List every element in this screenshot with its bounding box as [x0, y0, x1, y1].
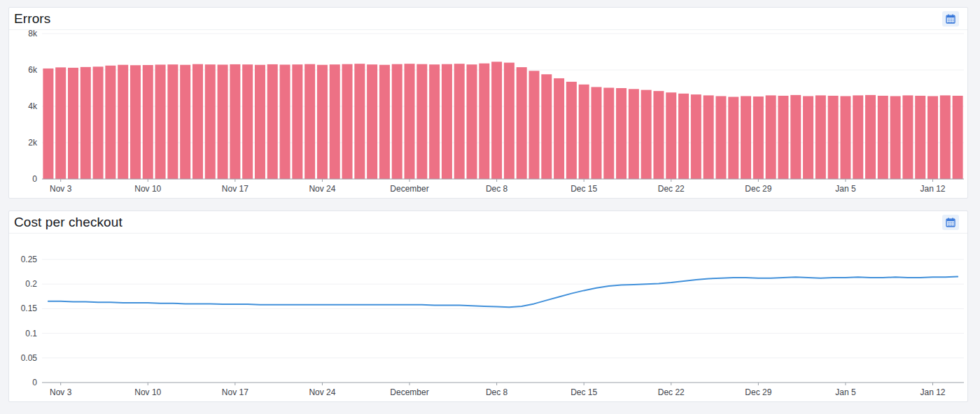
- bar[interactable]: [579, 85, 589, 179]
- bar[interactable]: [778, 96, 788, 179]
- bar[interactable]: [43, 69, 53, 179]
- x-tick-label: Nov 3: [50, 387, 72, 397]
- x-tick-label: Dec 8: [486, 387, 508, 397]
- bar[interactable]: [379, 65, 390, 179]
- bar[interactable]: [753, 97, 764, 179]
- x-tick-label: Jan 5: [835, 387, 856, 397]
- y-tick-label: 6k: [28, 65, 38, 75]
- bar[interactable]: [454, 64, 465, 179]
- cost-per-checkout-chart[interactable]: 00.050.10.150.20.25Nov 3Nov 10Nov 17Nov …: [9, 234, 967, 401]
- bar[interactable]: [566, 82, 577, 179]
- x-tick-label: Jan 5: [835, 184, 856, 194]
- bar[interactable]: [591, 87, 601, 179]
- panel-cost-per-checkout: Cost per checkout 00.050.10.150.20.25Nov…: [8, 210, 968, 402]
- bar[interactable]: [304, 64, 315, 179]
- bar[interactable]: [467, 64, 477, 179]
- bar[interactable]: [68, 68, 78, 179]
- bar[interactable]: [704, 95, 714, 179]
- y-tick-label: 0: [32, 378, 37, 387]
- bar[interactable]: [728, 97, 738, 179]
- bar[interactable]: [192, 64, 203, 179]
- bar[interactable]: [902, 95, 913, 179]
- bar[interactable]: [641, 90, 652, 179]
- errors-chart[interactable]: 02k4k6k8kNov 3Nov 10Nov 17Nov 24December…: [9, 30, 967, 198]
- cost-calendar-button[interactable]: [942, 215, 959, 230]
- line-chart-canvas[interactable]: 00.050.10.150.20.25Nov 3Nov 10Nov 17Nov …: [9, 234, 967, 401]
- bar[interactable]: [927, 96, 938, 179]
- bar[interactable]: [504, 63, 514, 179]
- bar[interactable]: [292, 64, 302, 179]
- bar[interactable]: [766, 95, 776, 179]
- bar[interactable]: [342, 64, 353, 179]
- bar[interactable]: [865, 95, 876, 179]
- bar[interactable]: [55, 67, 66, 179]
- bar[interactable]: [517, 67, 527, 179]
- bar[interactable]: [255, 65, 265, 179]
- bar[interactable]: [653, 91, 664, 179]
- bar[interactable]: [118, 65, 128, 179]
- bar[interactable]: [442, 64, 452, 179]
- bar[interactable]: [691, 94, 701, 179]
- bar[interactable]: [242, 64, 253, 179]
- x-tick-label: Dec 15: [570, 184, 597, 194]
- bar[interactable]: [915, 96, 925, 179]
- bar[interactable]: [953, 96, 963, 179]
- bar[interactable]: [828, 96, 839, 179]
- errors-calendar-button[interactable]: [942, 11, 959, 27]
- bar[interactable]: [155, 64, 166, 179]
- bar[interactable]: [330, 64, 340, 179]
- bar[interactable]: [554, 78, 564, 179]
- y-tick-label: 2k: [28, 138, 38, 148]
- bar[interactable]: [741, 96, 751, 179]
- bar[interactable]: [80, 67, 91, 179]
- bar[interactable]: [367, 64, 377, 179]
- y-tick-label: 8k: [28, 30, 38, 38]
- bar[interactable]: [816, 95, 826, 179]
- panel-title-errors: Errors: [14, 8, 942, 29]
- bar[interactable]: [167, 64, 178, 179]
- bar[interactable]: [603, 87, 614, 179]
- bar[interactable]: [93, 66, 104, 179]
- x-tick-label: Nov 24: [309, 387, 335, 397]
- bar[interactable]: [629, 89, 639, 179]
- bar[interactable]: [416, 64, 427, 179]
- bar[interactable]: [180, 65, 190, 179]
- bar[interactable]: [790, 95, 801, 179]
- bar[interactable]: [405, 64, 415, 179]
- bar[interactable]: [205, 64, 216, 179]
- bar[interactable]: [878, 96, 888, 179]
- bar-chart-canvas[interactable]: 02k4k6k8kNov 3Nov 10Nov 17Nov 24December…: [9, 30, 967, 198]
- x-tick-label: Nov 17: [222, 387, 248, 397]
- bar[interactable]: [940, 95, 951, 179]
- bar[interactable]: [280, 64, 290, 179]
- bar[interactable]: [105, 66, 115, 179]
- bar[interactable]: [429, 64, 440, 179]
- bar[interactable]: [666, 92, 676, 179]
- line-series[interactable]: [48, 277, 958, 308]
- bar[interactable]: [715, 96, 726, 179]
- bar[interactable]: [616, 88, 626, 179]
- bar[interactable]: [528, 71, 539, 179]
- bar[interactable]: [354, 64, 365, 179]
- bar[interactable]: [317, 65, 328, 179]
- x-tick-label: Jan 12: [920, 184, 945, 194]
- bar[interactable]: [678, 94, 689, 179]
- bar[interactable]: [853, 95, 863, 179]
- bar[interactable]: [541, 74, 552, 179]
- bar[interactable]: [479, 64, 489, 179]
- bar[interactable]: [392, 64, 402, 179]
- y-tick-label: 0.1: [25, 329, 37, 338]
- bar[interactable]: [143, 65, 153, 179]
- bar[interactable]: [267, 64, 278, 179]
- bar[interactable]: [840, 96, 850, 179]
- x-tick-label: Nov 17: [222, 184, 248, 194]
- bar[interactable]: [803, 96, 813, 179]
- bar[interactable]: [491, 62, 502, 179]
- bar[interactable]: [890, 96, 901, 179]
- bar[interactable]: [130, 65, 141, 179]
- y-tick-label: 0: [32, 174, 37, 184]
- bar[interactable]: [218, 64, 228, 179]
- bar[interactable]: [230, 64, 240, 179]
- y-tick-label: 0.05: [21, 353, 38, 363]
- y-tick-label: 0.25: [21, 255, 38, 264]
